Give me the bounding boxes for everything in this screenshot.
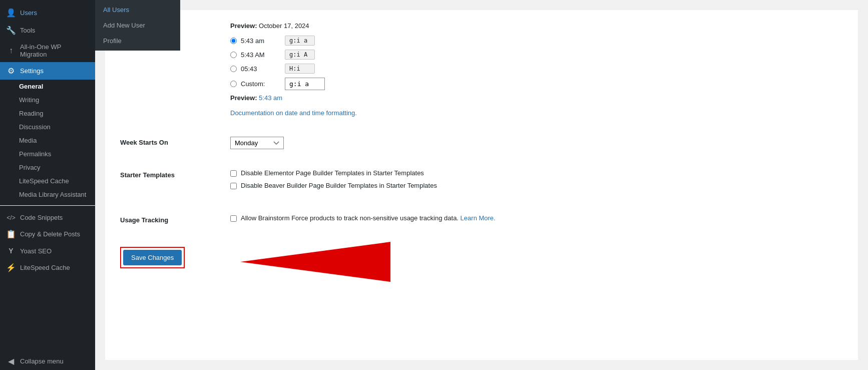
disable-elementor-label[interactable]: Disable Elementor Page Builder Templates… bbox=[241, 169, 424, 177]
users-icon: 👤 bbox=[6, 8, 16, 18]
settings-sub-discussion[interactable]: Discussion bbox=[0, 120, 95, 134]
users-flyout: All Users Add New User Profile bbox=[95, 0, 180, 51]
learn-more-link[interactable]: Learn More. bbox=[461, 214, 496, 222]
time-format-row-custom: Custom: bbox=[230, 78, 843, 90]
save-wrapper: Save Changes bbox=[120, 247, 185, 268]
disable-beaver-label[interactable]: Disable Beaver Builder Page Builder Temp… bbox=[241, 182, 437, 189]
time-format-label-3[interactable]: 05:43 bbox=[241, 65, 281, 73]
sidebar-item-label: Code Snippets bbox=[20, 214, 63, 221]
time-format-row-2: 5:43 AM g:i A bbox=[230, 50, 843, 60]
settings-submenu: General Writing Reading Discussion Media… bbox=[0, 80, 95, 201]
time-format-code-3: H:i bbox=[285, 64, 315, 74]
time-format-radio-1[interactable] bbox=[230, 38, 237, 44]
save-changes-button[interactable]: Save Changes bbox=[123, 250, 182, 265]
usage-tracking-checkbox[interactable] bbox=[230, 215, 237, 222]
sidebar-item-copy-delete[interactable]: 📋 Copy & Delete Posts bbox=[0, 225, 95, 243]
sidebar-item-settings[interactable]: ⚙ Settings bbox=[0, 62, 95, 80]
starter-templates-row: Starter Templates Disable Elementor Page… bbox=[120, 169, 843, 204]
sidebar-item-label: Users bbox=[20, 9, 37, 17]
settings-sub-general[interactable]: General bbox=[0, 80, 95, 93]
time-format-custom-input[interactable] bbox=[285, 78, 325, 90]
usage-tracking-label: Usage Tracking bbox=[120, 214, 230, 224]
tools-icon: 🔧 bbox=[6, 26, 16, 35]
settings-sub-mla[interactable]: Media Library Assistant bbox=[0, 188, 95, 201]
main-wrapper: Preview: October 17, 2024 5:43 am g:i a … bbox=[95, 0, 868, 370]
sidebar-item-label: All-in-One WP Migration bbox=[20, 43, 89, 58]
usage-tracking-row: Usage Tracking Allow Brainstorm Force pr… bbox=[120, 214, 843, 237]
copy-icon: 📋 bbox=[6, 229, 16, 239]
settings-sub-writing[interactable]: Writing bbox=[0, 93, 95, 107]
usage-tracking-field: Allow Brainstorm Force products to track… bbox=[230, 214, 843, 227]
settings-sub-privacy[interactable]: Privacy bbox=[0, 161, 95, 174]
arrow-annotation bbox=[200, 242, 390, 283]
sidebar-item-label: Copy & Delete Posts bbox=[20, 230, 80, 238]
time-format-label-custom[interactable]: Custom: bbox=[241, 80, 281, 88]
sidebar-item-allinone[interactable]: ↑ All-in-One WP Migration bbox=[0, 39, 95, 62]
usage-tracking-label-text: Allow Brainstorm Force products to track… bbox=[241, 214, 459, 222]
time-preview: Preview: 5:43 am bbox=[230, 94, 843, 102]
disable-elementor-checkbox[interactable] bbox=[230, 170, 237, 177]
settings-sub-reading[interactable]: Reading bbox=[0, 107, 95, 120]
settings-sub-permalinks[interactable]: Permalinks bbox=[0, 147, 95, 161]
time-format-code-2: g:i A bbox=[285, 50, 315, 60]
time-format-code-1: g:i a bbox=[285, 36, 315, 46]
yoast-icon: Y bbox=[6, 247, 16, 255]
code-snippets-icon: </> bbox=[6, 214, 16, 221]
migration-icon: ↑ bbox=[6, 46, 16, 55]
week-starts-select[interactable]: Sunday Monday Tuesday Wednesday Thursday… bbox=[230, 137, 284, 149]
usage-tracking-checkbox-row: Allow Brainstorm Force products to track… bbox=[230, 214, 843, 222]
sidebar-item-label: LiteSpeed Cache bbox=[20, 264, 70, 271]
starter-templates-checkbox-2: Disable Beaver Builder Page Builder Temp… bbox=[230, 182, 843, 189]
sidebar-item-code-snippets[interactable]: </> Code Snippets bbox=[0, 210, 95, 225]
preview-date-text: Preview: October 17, 2024 bbox=[230, 22, 843, 30]
flyout-all-users[interactable]: All Users bbox=[95, 2, 180, 18]
time-format-label-1[interactable]: 5:43 am bbox=[241, 37, 281, 45]
flyout-profile[interactable]: Profile bbox=[95, 33, 180, 49]
sidebar: 👤 Users 🔧 Tools ↑ All-in-One WP Migratio… bbox=[0, 0, 95, 370]
settings-icon: ⚙ bbox=[6, 66, 16, 76]
sidebar-item-users[interactable]: 👤 Users bbox=[0, 4, 95, 22]
week-starts-label: Week Starts On bbox=[120, 137, 230, 146]
svg-marker-0 bbox=[240, 242, 390, 282]
sidebar-item-label: Collapse menu bbox=[20, 357, 64, 365]
sidebar-item-label: Tools bbox=[20, 27, 35, 34]
usage-tracking-text[interactable]: Allow Brainstorm Force products to track… bbox=[241, 214, 496, 222]
starter-templates-label: Starter Templates bbox=[120, 169, 230, 179]
sidebar-item-label: Settings bbox=[20, 67, 44, 75]
sidebar-item-label: Yoast SEO bbox=[20, 247, 52, 255]
time-preview-value: 5:43 am bbox=[259, 94, 282, 102]
time-format-radio-3[interactable] bbox=[230, 66, 237, 72]
starter-templates-checkbox-1: Disable Elementor Page Builder Templates… bbox=[230, 169, 843, 177]
flyout-add-new-user[interactable]: Add New User bbox=[95, 18, 180, 33]
settings-sub-media[interactable]: Media bbox=[0, 134, 95, 147]
time-format-radio-custom[interactable] bbox=[230, 81, 237, 87]
settings-content: Preview: October 17, 2024 5:43 am g:i a … bbox=[105, 10, 858, 360]
preview-date-value: October 17, 2024 bbox=[259, 22, 309, 30]
week-starts-row: Week Starts On Sunday Monday Tuesday Wed… bbox=[120, 137, 843, 159]
disable-beaver-checkbox[interactable] bbox=[230, 183, 237, 189]
time-format-label-2[interactable]: 5:43 AM bbox=[241, 51, 281, 59]
time-format-row-3: 05:43 H:i bbox=[230, 64, 843, 74]
preview-date-field: Preview: October 17, 2024 5:43 am g:i a … bbox=[230, 22, 843, 117]
doc-link[interactable]: Documentation on date and time formattin… bbox=[230, 109, 357, 117]
time-format-radio-2[interactable] bbox=[230, 52, 237, 58]
litespeed-icon: ⚡ bbox=[6, 263, 16, 272]
time-format-row-1: 5:43 am g:i a bbox=[230, 36, 843, 46]
preview-date-row: Preview: October 17, 2024 5:43 am g:i a … bbox=[120, 22, 843, 127]
settings-sub-litespeed[interactable]: LiteSpeed Cache bbox=[0, 174, 95, 188]
sidebar-item-yoast[interactable]: Y Yoast SEO bbox=[0, 243, 95, 259]
sidebar-collapse[interactable]: ◀ Collapse menu bbox=[0, 352, 95, 370]
sidebar-item-litespeed2[interactable]: ⚡ LiteSpeed Cache bbox=[0, 259, 95, 276]
week-starts-field: Sunday Monday Tuesday Wednesday Thursday… bbox=[230, 137, 843, 149]
starter-templates-field: Disable Elementor Page Builder Templates… bbox=[230, 169, 843, 194]
collapse-icon: ◀ bbox=[6, 356, 16, 366]
sidebar-item-tools[interactable]: 🔧 Tools bbox=[0, 22, 95, 39]
save-row: Save Changes bbox=[120, 247, 843, 268]
